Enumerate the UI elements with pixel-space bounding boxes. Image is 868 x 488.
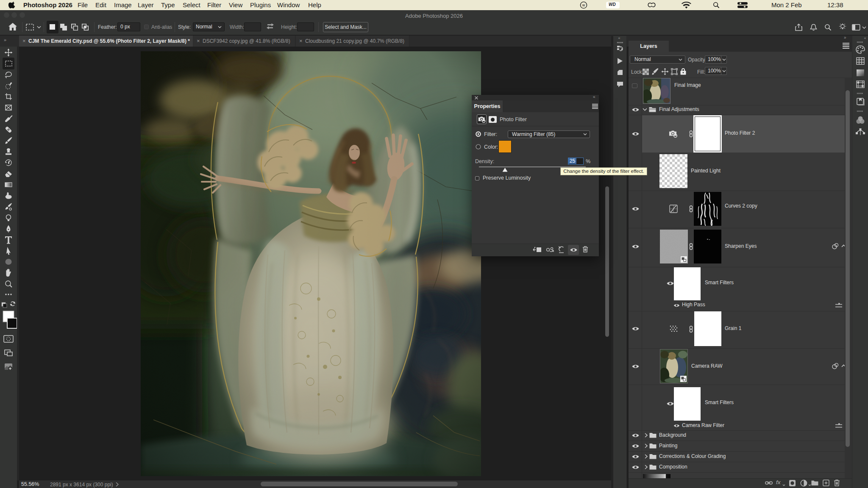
svg-text:«: « [618, 36, 620, 40]
svg-text:w: w [582, 3, 585, 7]
svg-text:«: « [864, 36, 866, 40]
